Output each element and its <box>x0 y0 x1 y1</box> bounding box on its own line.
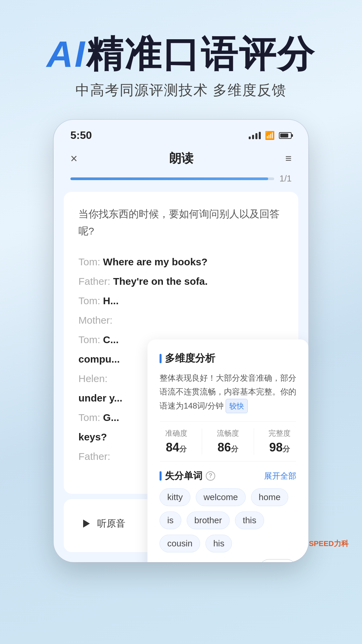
score-label: 完整度 <box>268 428 291 438</box>
status-bar: 5:50 📶 <box>54 120 308 145</box>
subtitle: 中高考同源评测技术 多维度反馈 <box>20 81 342 100</box>
speaker-label: Father: <box>78 451 110 462</box>
title-bar-accent <box>160 471 162 481</box>
score-value: 84分 <box>165 440 187 454</box>
dialogue-line: Mother: <box>78 311 284 329</box>
score-label: 流畅度 <box>217 428 239 438</box>
word-tag: welcome <box>196 488 246 506</box>
accuracy-score: 准确度 84分 <box>165 428 187 454</box>
completeness-score: 完整度 98分 <box>268 428 291 454</box>
speaker-label: Tom: <box>78 256 103 267</box>
dialogue-line: Tom: Where are my books? <box>78 253 284 271</box>
progress-fill <box>70 177 268 180</box>
phone-container: 5:50 📶 × 朗读 ≡ <box>0 120 362 562</box>
speech-text: They're on the sofa. <box>113 276 207 287</box>
analysis-panel: 多维度分析 整体表现良好！大部分发音准确，部分语流不连贯流畅，内容基本完整。你的… <box>147 339 308 562</box>
svg-marker-0 <box>83 520 90 528</box>
note-button[interactable]: 注释 <box>259 559 296 562</box>
speech-text: G... <box>103 412 119 423</box>
dialogue-line: Tom: H... <box>78 292 284 310</box>
status-time: 5:50 <box>70 129 92 142</box>
ai-text: AI <box>47 33 86 74</box>
word-tag: is <box>160 512 181 529</box>
main-title: AI精准口语评分 <box>20 34 342 74</box>
question-text: 当你找东西的时候，要如何询问别人以及回答呢? <box>78 205 284 239</box>
speech-text: H... <box>103 295 119 306</box>
speaker-label: Tom: <box>78 412 103 423</box>
play-icon <box>80 518 93 530</box>
scores-row: 准确度 84分 流畅度 86分 完整度 98分 <box>160 421 296 462</box>
app-title: 朗读 <box>169 150 193 167</box>
status-icons: 📶 <box>249 131 292 140</box>
fluency-score: 流畅度 86分 <box>217 428 239 454</box>
speed-badge: 较快 <box>226 399 248 413</box>
score-divider <box>254 428 254 454</box>
panel-title: 多维度分析 <box>160 352 296 365</box>
word-tag: kitty <box>160 488 190 506</box>
word-tag: cousin <box>160 535 200 552</box>
menu-button[interactable]: ≡ <box>285 152 292 165</box>
score-value: 98分 <box>268 440 291 454</box>
speaker-label: Father: <box>78 276 113 287</box>
speech-text: keys? <box>78 431 107 442</box>
word-tag: brother <box>187 512 230 529</box>
watermark-text: SPEED力科 <box>309 539 349 549</box>
speech-text: under y... <box>78 392 122 404</box>
feedback-text: 整体表现良好！大部分发音准确，部分语流不连贯流畅，内容基本完整。你的语速为148… <box>160 371 296 413</box>
speaker-label: Helen: <box>78 373 108 384</box>
note-section: 注释 <box>160 559 296 562</box>
title-bar-accent <box>160 354 162 363</box>
expand-button[interactable]: 展开全部 <box>264 471 296 481</box>
lost-words-header: 失分单词 ? 展开全部 <box>160 470 296 482</box>
help-icon[interactable]: ? <box>206 471 215 481</box>
battery-icon <box>279 132 292 139</box>
close-button[interactable]: × <box>70 152 77 166</box>
lost-words-title: 失分单词 ? <box>160 470 215 482</box>
speech-text: Where are my books? <box>103 256 207 267</box>
listen-button[interactable]: 听原音 <box>80 517 125 530</box>
phone-frame: 5:50 📶 × 朗读 ≡ <box>54 120 308 562</box>
progress-label: 1/1 <box>280 173 292 184</box>
word-tag: this <box>235 512 264 529</box>
content-area: 当你找东西的时候，要如何询问别人以及回答呢? Tom: Where are my… <box>64 192 298 494</box>
signal-icon <box>249 132 261 139</box>
word-tag: home <box>251 488 288 506</box>
speaker-label: Mother: <box>78 315 113 326</box>
wifi-icon: 📶 <box>265 131 275 140</box>
score-value: 86分 <box>217 440 239 454</box>
score-label: 准确度 <box>165 428 187 438</box>
score-divider <box>202 428 202 454</box>
word-tag: his <box>205 535 232 552</box>
speech-text: compu... <box>78 354 120 365</box>
words-grid: kitty welcome home is brother this cousi… <box>160 488 296 552</box>
speaker-label: Tom: <box>78 295 103 306</box>
app-header: × 朗读 ≡ <box>54 145 308 172</box>
speech-text: C... <box>103 334 119 345</box>
listen-label: 听原音 <box>97 517 125 530</box>
progress-container: 1/1 <box>54 172 308 186</box>
speaker-label: Tom: <box>78 334 103 345</box>
header-section: AI精准口语评分 中高考同源评测技术 多维度反馈 <box>0 0 362 120</box>
dialogue-line: Father: They're on the sofa. <box>78 272 284 290</box>
progress-track <box>70 177 274 180</box>
